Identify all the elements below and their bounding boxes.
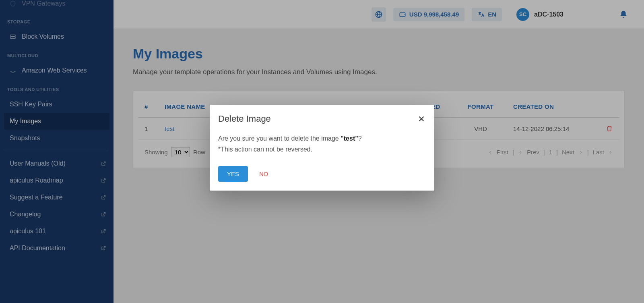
delete-image-modal: Delete Image Are you sure you want to de… (210, 105, 434, 191)
modal-warning: *This action can not be reversed. (218, 144, 426, 155)
modal-image-name: "test" (341, 135, 358, 142)
modal-title: Delete Image (218, 114, 271, 124)
close-button[interactable] (417, 114, 426, 123)
modal-text-suffix: ? (358, 135, 362, 142)
modal-footer: YES NO (218, 166, 426, 182)
yes-button[interactable]: YES (218, 166, 248, 182)
modal-body: Are you sure you want to delete the imag… (218, 133, 426, 155)
modal-text-prefix: Are you sure you want to delete the imag… (218, 135, 341, 142)
close-icon (417, 114, 426, 123)
no-button[interactable]: NO (259, 170, 268, 177)
